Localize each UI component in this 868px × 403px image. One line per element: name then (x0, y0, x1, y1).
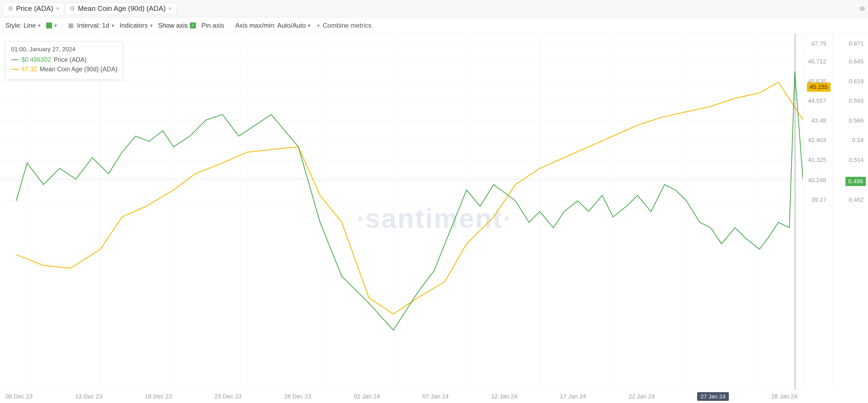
style-selector[interactable]: Style: Line ▾ (5, 22, 41, 29)
indicators-selector[interactable]: Indicators ▾ (120, 22, 153, 29)
axis-label-46712: 46.712 (808, 58, 831, 65)
date-28dec: 28 Dec 23 (284, 393, 311, 400)
toolbar-divider-2 (229, 22, 230, 30)
combine-metrics-label: Combine metrics (323, 22, 372, 29)
indicators-label: Indicators (120, 22, 148, 29)
combine-plus-icon: + (316, 21, 320, 30)
color-dropdown-icon: ▾ (54, 22, 57, 29)
show-axis-toggle[interactable]: Show axis ✓ (158, 22, 196, 29)
interval-dropdown-icon: ▾ (112, 22, 114, 29)
axis-label-0514: 0.514 (849, 156, 868, 163)
right-axis-secondary: 47.79 46.712 45.155 45.635 44.557 43.48 … (803, 34, 833, 390)
tooltip-coin-age-row: 47.32 Mean Coin Age (90d) (ADA) (11, 66, 118, 73)
tooltip-coin-age-label: Mean Coin Age (90d) (ADA) (40, 66, 118, 73)
tooltip-price-value: $0.486302 (22, 56, 51, 63)
axis-label-42403: 42.403 (808, 137, 831, 144)
tooltip-coin-age-value: 47.32 (22, 66, 37, 73)
color-picker[interactable]: ▾ (46, 22, 57, 29)
tab-price-close-icon[interactable]: × (56, 5, 59, 12)
date-08dec: 08 Dec 23 (5, 393, 33, 400)
show-axis-label: Show axis (158, 22, 188, 29)
axis-label-0671: 0.671 (849, 40, 868, 47)
tab-mean-coin-age[interactable]: ⚙ Mean Coin Age (90d) (ADA) × (65, 3, 177, 14)
axis-label-44557: 44.557 (808, 97, 831, 104)
tab-mean-coin-age-close-icon[interactable]: × (168, 5, 172, 12)
tab-price-settings-icon[interactable]: ⚙ (8, 5, 13, 12)
tooltip-coin-age-line-icon (11, 69, 19, 70)
indicators-dropdown-icon: ▾ (150, 22, 153, 29)
interval-selector[interactable]: ▦ Interval: 1d ▾ (68, 22, 114, 29)
date-22jan: 22 Jan 24 (628, 393, 655, 400)
price-line (16, 71, 803, 330)
date-28jan: 28 Jan 24 (771, 393, 798, 400)
axis-label-0462: 0.462 (849, 196, 868, 204)
interval-label: Interval: 1d (77, 22, 109, 29)
chart-svg (0, 34, 803, 390)
tooltip-price-row: $0.486302 Price (ADA) (11, 56, 118, 63)
style-dropdown-icon: ▾ (38, 22, 41, 29)
tooltip-date: 01:00, January 27, 2024 (11, 46, 118, 53)
pin-axis-label: Pin axis (201, 22, 224, 29)
date-12jan: 12 Jan 24 (491, 393, 518, 400)
toolbar-divider-1 (62, 22, 63, 30)
tab-price[interactable]: ⚙ Price (ADA) × (3, 3, 64, 14)
axis-label-40248: 40.248 (808, 177, 831, 184)
axis-label-45635: 45.635 (808, 78, 831, 85)
axis-maxmin-selector[interactable]: Axis max/min: Auto/Auto ▾ (235, 22, 311, 29)
crosshair-vertical (795, 34, 795, 390)
axis-badge-price: 0.486 (845, 177, 866, 186)
tab-bar: ⚙ Price (ADA) × ⚙ Mean Coin Age (90d) (A… (0, 0, 868, 18)
style-label: Style: Line (5, 22, 36, 29)
color-box[interactable] (46, 23, 52, 29)
axis-label-3917: 39.17 (811, 196, 831, 204)
axis-label-41325: 41.325 (808, 156, 831, 163)
date-02jan: 02 Jan 24 (354, 393, 380, 400)
axis-label-054: 0.54 (852, 137, 868, 144)
right-axis-primary: 0.671 0.645 0.619 0.593 0.566 0.54 0.514… (833, 34, 868, 390)
tab-price-label: Price (ADA) (16, 4, 53, 13)
axis-label-0619: 0.619 (849, 78, 868, 85)
tooltip-price-label: Price (ADA) (54, 56, 87, 63)
toolbar: Style: Line ▾ ▾ ▦ Interval: 1d ▾ Indicat… (0, 18, 868, 34)
show-axis-checkbox[interactable]: ✓ (190, 23, 196, 29)
pin-axis-btn[interactable]: Pin axis (201, 22, 224, 29)
calendar-icon: ▦ (68, 22, 74, 29)
axis-label-0645: 0.645 (849, 58, 868, 65)
combine-metrics-btn[interactable]: + Combine metrics (316, 21, 371, 30)
corner-dot (860, 6, 865, 11)
axis-label-0593: 0.593 (849, 97, 868, 104)
tooltip: 01:00, January 27, 2024 $0.486302 Price … (5, 41, 123, 80)
axis-maxmin-label: Axis max/min: Auto/Auto (235, 22, 306, 29)
date-27jan-badge: 27 Jan 24 (697, 392, 728, 401)
axis-label-4348: 43.48 (811, 117, 831, 124)
tab-mean-coin-age-settings-icon[interactable]: ⚙ (70, 5, 75, 12)
date-18dec: 18 Dec 23 (145, 393, 172, 400)
axis-label-0566: 0.566 (849, 117, 868, 124)
chart-area: ·santiment· 01:00, January 27, 2024 $0.4… (0, 34, 868, 403)
tab-mean-coin-age-label: Mean Coin Age (90d) (ADA) (78, 4, 166, 13)
date-07jan: 07 Jan 24 (423, 393, 449, 400)
axis-label-4779: 47.79 (811, 40, 831, 47)
tooltip-price-line-icon (11, 59, 19, 60)
axis-maxmin-dropdown-icon: ▾ (308, 22, 311, 29)
bottom-axis: 08 Dec 23 13 Dec 23 18 Dec 23 23 Dec 23 … (0, 390, 803, 403)
date-13dec: 13 Dec 23 (75, 393, 102, 400)
mean-coin-age-line (16, 82, 803, 314)
date-17jan: 17 Jan 24 (560, 393, 586, 400)
date-23dec: 23 Dec 23 (215, 393, 242, 400)
